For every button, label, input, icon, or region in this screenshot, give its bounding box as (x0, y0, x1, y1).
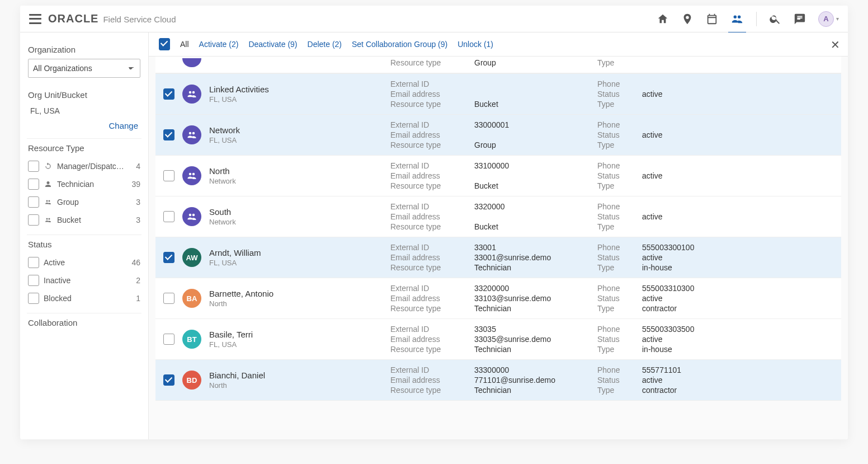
table-row[interactable]: AWArndt, WilliamFL, USAExternal ID33001P… (155, 237, 841, 278)
row-checkbox[interactable] (163, 293, 174, 304)
field-label: External ID (390, 284, 474, 293)
filter-count: 39 (131, 180, 140, 189)
field-value (474, 171, 597, 180)
table-row[interactable]: NorthNetworkExternal ID33100000PhoneEmai… (155, 156, 841, 196)
resource-sub: FL, USA (209, 259, 383, 267)
row-checkbox[interactable] (163, 211, 174, 222)
field-label: Resource type (390, 58, 474, 67)
field-label: Type (597, 58, 642, 67)
change-link[interactable]: Change (28, 116, 140, 138)
field-value: Group (474, 140, 597, 149)
field-label: External ID (390, 325, 474, 334)
chat-icon[interactable] (794, 13, 806, 25)
row-checkbox[interactable] (163, 88, 174, 100)
field-value: active (642, 212, 743, 221)
field-value: in-house (642, 263, 743, 272)
resource-sub: North (209, 381, 383, 390)
field-label: External ID (390, 243, 474, 252)
field-label: Resource type (390, 304, 474, 313)
table-row[interactable]: BTBasile, TerriFL, USAExternal ID33035Ph… (155, 319, 841, 360)
field-label: Email address (390, 253, 474, 262)
filter-checkbox[interactable] (28, 275, 39, 286)
organization-select[interactable]: All Organizations (28, 59, 140, 78)
field-label: Status (597, 335, 642, 344)
field-value: 33001@sunrise.demo (474, 253, 597, 262)
location-icon[interactable] (681, 13, 694, 25)
cycle-icon (44, 162, 53, 171)
close-icon[interactable]: ✕ (831, 38, 840, 51)
field-label: Resource type (390, 222, 474, 231)
field-label: Type (597, 181, 642, 190)
menu-icon[interactable] (29, 14, 41, 24)
row-checkbox[interactable] (163, 129, 174, 140)
field-value: Group (474, 58, 597, 67)
avatar: AW (182, 248, 201, 267)
field-label: External ID (390, 161, 474, 170)
table-row[interactable]: NetworkFL, USAExternal ID33000001PhoneEm… (155, 115, 841, 156)
table-row[interactable]: SouthNetworkExternal ID3320000PhoneEmail… (155, 196, 841, 237)
home-icon[interactable] (657, 13, 669, 25)
action-delete[interactable]: Delete (2) (308, 40, 342, 49)
search-icon[interactable] (769, 13, 781, 25)
table-row[interactable]: Linked ActivitiesFL, USAExternal IDPhone… (155, 73, 841, 115)
filter-checkbox[interactable] (28, 293, 39, 304)
table-row[interactable]: BABarnette, AntonioNorthExternal ID33200… (155, 278, 841, 319)
action-deactivate[interactable]: Deactivate (9) (248, 40, 297, 49)
filter-row: Blocked1 (28, 289, 140, 307)
filter-checkbox[interactable] (28, 214, 39, 226)
field-value: active (642, 294, 743, 303)
filter-checkbox[interactable] (28, 257, 39, 268)
row-checkbox[interactable] (163, 334, 174, 345)
filter-checkbox[interactable] (28, 179, 39, 190)
sidebar: Organization All Organizations Org Unit/… (20, 32, 149, 439)
divider (756, 12, 757, 26)
field-value: Bucket (474, 100, 597, 109)
field-label: Resource type (390, 345, 474, 354)
field-value: active (642, 376, 743, 385)
action-unlock[interactable]: Unlock (1) (457, 40, 493, 49)
field-value: active (642, 253, 743, 262)
resources-icon[interactable] (730, 13, 744, 25)
resource-sub: Network (209, 177, 383, 185)
field-value: 33300000 (474, 365, 597, 374)
field-value: Technician (474, 386, 597, 395)
calendar-icon[interactable] (706, 13, 718, 25)
select-all-checkbox[interactable] (159, 38, 170, 50)
field-label: External ID (390, 79, 474, 88)
field-label: Phone (597, 365, 642, 374)
row-checkbox[interactable] (163, 252, 174, 263)
filter-checkbox[interactable] (28, 196, 39, 208)
resource-list[interactable]: x Resource type Group Type Linked Activi… (149, 57, 848, 439)
field-value (642, 120, 743, 129)
filter-count: 46 (131, 258, 140, 267)
filter-row: Bucket3 (28, 211, 140, 229)
field-label: Status (597, 294, 642, 303)
orgunit-label: Org Unit/Bucket (28, 90, 140, 100)
filter-checkbox[interactable] (28, 161, 39, 172)
row-checkbox[interactable] (163, 170, 174, 181)
filter-row: Group3 (28, 193, 140, 211)
resource-type-label: Resource Type (28, 143, 140, 153)
action-set-collab[interactable]: Set Collaboration Group (9) (352, 40, 447, 49)
table-row[interactable]: BDBianchi, DanielNorthExternal ID3330000… (155, 360, 841, 401)
field-value: 3320000 (474, 202, 597, 211)
field-label: Email address (390, 376, 474, 385)
field-value: in-house (642, 345, 743, 354)
field-label: Status (597, 171, 642, 180)
field-value (474, 90, 597, 99)
field-value (474, 212, 597, 221)
field-value (474, 79, 597, 88)
table-row: x Resource type Group Type (155, 57, 841, 73)
row-checkbox[interactable] (163, 374, 174, 386)
resource-sub: FL, USA (209, 340, 383, 349)
group-icon (182, 58, 201, 67)
field-value: 33103@sunrise.demo (474, 294, 597, 303)
user-menu[interactable]: A ▾ (818, 11, 839, 27)
filter-label: Technician (57, 180, 94, 189)
field-label: Status (597, 90, 642, 99)
field-value (642, 181, 743, 190)
group-icon (182, 166, 201, 185)
field-value: contractor (642, 304, 743, 313)
action-activate[interactable]: Activate (2) (199, 40, 239, 49)
person-icon (44, 180, 53, 189)
